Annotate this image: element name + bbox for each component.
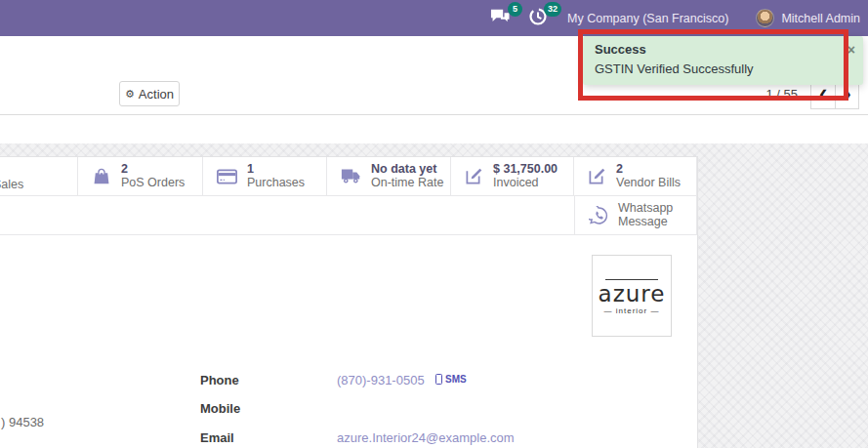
stat-value: $ 31,750.00: [493, 163, 558, 177]
action-button[interactable]: ⚙ Action: [119, 81, 180, 106]
logo-rule: [605, 279, 658, 280]
send-sms-link[interactable]: SMS: [435, 374, 467, 385]
activities-menu-button[interactable]: 32: [528, 7, 554, 30]
record-pager-count: 1 / 55: [765, 87, 798, 102]
user-avatar: [756, 9, 774, 27]
stat-label: Vendor Bills: [616, 177, 681, 190]
stat-button-pos-orders[interactable]: 2 PoS Orders: [78, 157, 203, 195]
stat-label: Invoiced: [493, 177, 558, 190]
user-name: Mitchell Admin: [781, 12, 860, 25]
edit-pencil-icon: [465, 167, 483, 185]
sms-link-label: SMS: [445, 374, 467, 385]
stat-button-vendor-bills[interactable]: 2 Vendor Bills: [574, 157, 697, 195]
whatsapp-label-line2: Message: [618, 216, 673, 229]
messages-menu-button[interactable]: 5: [489, 7, 515, 30]
edit-pencil-icon: [588, 167, 606, 185]
stat-label: On-time Rate: [371, 177, 443, 190]
success-toast: Success GSTIN Verified Successfully ×: [583, 36, 863, 85]
stat-value: 2: [121, 163, 185, 177]
screen: 5 32 My Company (San Francisco) Mitchell…: [0, 0, 868, 448]
stat-label: Sales: [0, 178, 23, 191]
pager-next-button[interactable]: ❯: [835, 84, 859, 109]
pager-previous-button[interactable]: ❮: [810, 84, 835, 109]
chevron-left-icon: ❮: [818, 88, 827, 101]
company-switcher[interactable]: My Company (San Francisco): [567, 12, 728, 25]
email-field-label: Email: [200, 430, 234, 445]
user-menu-button[interactable]: Mitchell Admin: [756, 9, 860, 27]
whatsapp-message-button[interactable]: Whatsapp Message: [574, 196, 697, 234]
stat-value: 1: [247, 163, 305, 177]
stat-button-purchases[interactable]: 1 Purchases: [203, 157, 327, 195]
toast-title: Success: [595, 42, 646, 57]
chevron-right-icon: ❯: [843, 88, 851, 101]
phone-field-value[interactable]: (870)-931-0505: [337, 373, 425, 387]
gear-icon: ⚙: [125, 88, 135, 101]
stat-label: Purchases: [247, 177, 305, 190]
stat-button-invoiced[interactable]: $ 31,750.00 Invoiced: [451, 157, 574, 195]
stat-label: PoS Orders: [121, 177, 185, 190]
whatsapp-label-line1: Whatsapp: [618, 202, 673, 216]
address-zip-fragment[interactable]: ) 94538: [1, 415, 44, 429]
mobile-phone-icon: [435, 374, 442, 385]
partner-logo-image[interactable]: azure — interior —: [592, 255, 672, 337]
stat-value: 2: [616, 163, 681, 177]
email-field-value[interactable]: azure.Interior24@example.com: [337, 430, 515, 445]
whatsapp-icon: [589, 206, 608, 225]
logo-subtitle: — interior —: [593, 306, 671, 315]
stat-button-row-2: Whatsapp Message: [0, 196, 697, 235]
action-button-label: Action: [139, 87, 174, 102]
top-navbar: 5 32 My Company (San Francisco) Mitchell…: [0, 0, 868, 36]
mobile-field-label: Mobile: [200, 401, 240, 416]
credit-card-icon: [217, 169, 237, 184]
form-sheet: Sales 2 PoS Orders: [0, 156, 698, 448]
stat-button-row: Sales 2 PoS Orders: [0, 157, 697, 196]
phone-field-label: Phone: [200, 373, 239, 387]
truck-icon: [341, 168, 361, 184]
stat-value: No data yet: [371, 163, 443, 177]
messages-count-badge: 5: [508, 2, 522, 17]
toast-message: GSTIN Verified Successfully: [595, 61, 754, 76]
stat-button-on-time-rate[interactable]: No data yet On-time Rate: [327, 157, 451, 195]
close-icon[interactable]: ×: [847, 42, 855, 58]
logo-title: azure: [593, 282, 671, 306]
shopping-bag-icon: [92, 167, 111, 185]
stat-button-sales[interactable]: Sales: [0, 157, 78, 195]
activities-count-badge: 32: [544, 2, 561, 17]
